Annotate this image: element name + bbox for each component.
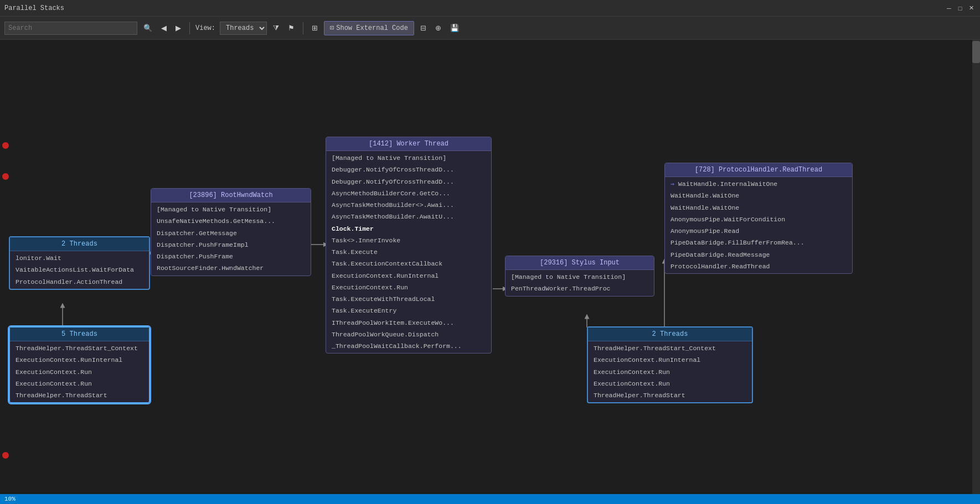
protocol-handler-node[interactable]: [728] ProtocolHandler.ReadThread WaitHan… (664, 163, 853, 274)
two-threads-top-header: 2 Threads (10, 237, 149, 251)
view-label: View: (195, 24, 215, 32)
si-row-1: PenThreadWorker.ThreadProc (506, 283, 654, 294)
show-external-label: Show External Code (336, 24, 408, 32)
five-threads-header: 5 Threads (10, 328, 149, 341)
title-bar: Parallel Stacks ─ □ ✕ (0, 0, 980, 17)
rw-row-2: Dispatcher.GetMessage (151, 227, 311, 239)
root-hwnd-watch-node[interactable]: [23896] RootHwndWatch [Managed to Native… (151, 188, 311, 276)
wt-row-13: IThreadPoolWorkItem.ExecuteWo... (326, 317, 491, 329)
status-bar: 10% (0, 494, 980, 504)
ft-row-2: ExecutionContext.Run (10, 366, 149, 378)
tt-row-1: VaitableActionsList.WaitForData (10, 264, 149, 276)
five-threads-body: ThreadHelper.ThreadStart_Context Executi… (10, 341, 149, 402)
tt-row-2: ProtocolHandler.ActionThread (10, 276, 149, 288)
rw-row-3: Dispatcher.PushFrameImpl (151, 239, 311, 251)
root-hwnd-watch-body: [Managed to Native Transition] UnsafeNat… (151, 202, 311, 276)
stylus-input-node[interactable]: [29316] Stylus Input [Managed to Native … (505, 256, 654, 297)
forward-button[interactable]: ▶ (173, 22, 184, 34)
layout-button[interactable]: ⊞ (309, 22, 321, 34)
wt-row-3: AsyncMethodBuilderCore.GetCo... (326, 188, 491, 199)
ph-row-4: AnonymousPipe.Read (665, 225, 852, 237)
red-dot-1 (2, 142, 9, 149)
separator-1 (189, 22, 190, 34)
wt-row-5: AsyncTaskMethodBuilder.AwaitU... (326, 211, 491, 222)
toolbar: 🔍 ◀ ▶ View: Threads Tasks ⧩ ⚑ ⊞ ⊡ Show E… (0, 17, 980, 40)
two-threads-top-body: lonitor.Wait VaitableActionsList.WaitFor… (10, 251, 149, 289)
root-hwnd-watch-header: [23896] RootHwndWatch (151, 189, 311, 202)
show-external-icon: ⊡ (330, 24, 334, 32)
five-threads-node[interactable]: 5 Threads ThreadHelper.ThreadStart_Conte… (9, 326, 150, 403)
view-dropdown[interactable]: Threads Tasks (220, 22, 267, 35)
tt-row-0: lonitor.Wait (10, 252, 149, 264)
ph-row-0: WaitHandle.InternalWaitOne (665, 178, 852, 190)
protocol-handler-header: [728] ProtocolHandler.ReadThread (665, 163, 852, 177)
show-external-code-button[interactable]: ⊡ Show External Code (324, 21, 414, 35)
tb-row-3: ExecutionContext.Run (588, 378, 752, 389)
wt-row-14: ThreadPoolWorkQueue.Dispatch (326, 329, 491, 340)
app-title: Parallel Stacks (4, 4, 64, 12)
tb-row-2: ExecutionContext.Run (588, 366, 752, 378)
red-dot-3 (2, 452, 9, 459)
wt-row-6: Task<>.InnerInvoke (326, 235, 491, 246)
filter-button[interactable]: ⧩ (270, 22, 282, 34)
two-threads-top-node[interactable]: 2 Threads lonitor.Wait VaitableActionsLi… (9, 236, 150, 290)
tb-row-0: ThreadHelper.ThreadStart_Context (588, 342, 752, 354)
ft-row-3: ExecutionContext.Run (10, 378, 149, 389)
title-bar-controls[interactable]: ─ □ ✕ (945, 4, 976, 13)
canvas-area: [1412] Worker Thread [Managed to Native … (0, 40, 980, 494)
two-threads-bottom-header: 2 Threads (588, 328, 752, 341)
wt-row-8: Task.ExecutionContextCallback (326, 258, 491, 269)
wt-row-0: [Managed to Native Transition] (326, 152, 491, 164)
ft-row-4: ThreadHelper.ThreadStart (10, 389, 149, 401)
zoom-button[interactable]: ⊕ (432, 22, 444, 34)
worker-thread-node[interactable]: [1412] Worker Thread [Managed to Native … (326, 137, 492, 354)
wt-row-1: Debugger.NotifyOfCrossThreadD... (326, 164, 491, 175)
minimize-button[interactable]: ─ (945, 4, 953, 13)
rw-row-4: Dispatcher.PushFrame (151, 251, 311, 262)
wt-row-12: Task.ExecuteEntry (326, 305, 491, 316)
close-button[interactable]: ✕ (967, 4, 976, 13)
two-threads-bottom-body: ThreadHelper.ThreadStart_Context Executi… (588, 341, 752, 402)
ft-row-0: ThreadHelper.ThreadStart_Context (10, 342, 149, 354)
stylus-input-header: [29316] Stylus Input (506, 256, 654, 270)
scrollbar-right[interactable] (972, 40, 980, 494)
wt-row-4: AsyncTaskMethodBuilder<>.Awai... (326, 199, 491, 211)
rw-row-5: RootSourceFinder.HwndWatcher (151, 262, 311, 274)
back-button[interactable]: ◀ (158, 22, 169, 34)
search-input[interactable] (4, 22, 137, 35)
ph-row-3: AnonymousPipe.WaitForCondition (665, 214, 852, 225)
red-dot-2 (2, 173, 9, 180)
ft-row-1: ExecutionContext.RunInternal (10, 354, 149, 366)
wt-row-11: Task.ExecuteWithThreadLocal (326, 293, 491, 305)
diagram-button[interactable]: ⊟ (417, 22, 429, 34)
separator-2 (303, 22, 303, 34)
worker-thread-header: [1412] Worker Thread (326, 137, 491, 151)
protocol-handler-body: WaitHandle.InternalWaitOne WaitHandle.Wa… (665, 177, 852, 273)
wt-row-10: ExecutionContext.Run (326, 282, 491, 293)
rw-row-1: UnsafeNativeMethods.GetMessa... (151, 215, 311, 227)
ph-row-2: WaitHandle.WaitOne (665, 202, 852, 214)
wt-row-7: Task.Execute (326, 246, 491, 258)
ph-row-1: WaitHandle.WaitOne (665, 190, 852, 201)
worker-thread-body: [Managed to Native Transition] Debugger.… (326, 151, 491, 353)
wt-row-9: ExecutionContext.RunInternal (326, 270, 491, 282)
tb-row-4: ThreadHelper.ThreadStart (588, 389, 752, 401)
search-button[interactable]: 🔍 (141, 22, 155, 34)
title-bar-left: Parallel Stacks (4, 4, 64, 12)
maximize-button[interactable]: □ (956, 4, 964, 13)
stylus-input-body: [Managed to Native Transition] PenThread… (506, 270, 654, 296)
ph-row-7: ProtocolHandler.ReadThread (665, 261, 852, 272)
tb-row-1: ExecutionContext.RunInternal (588, 354, 752, 366)
ph-row-5: PipeDataBridge.FillBufferFromRea... (665, 237, 852, 248)
zoom-level: 10% (4, 496, 16, 502)
ph-row-6: PipeDataBridge.ReadMessage (665, 249, 852, 261)
rw-row-0: [Managed to Native Transition] (151, 204, 311, 215)
wt-row-clock: Clock.Timer (326, 223, 491, 235)
wt-row-2: Debugger.NotifyOfCrossThreadD... (326, 176, 491, 188)
wt-row-15: _ThreadPoolWaitCallback.Perform... (326, 340, 491, 352)
save-button[interactable]: 💾 (447, 22, 462, 34)
two-threads-bottom-node[interactable]: 2 Threads ThreadHelper.ThreadStart_Conte… (587, 326, 753, 403)
flag-button[interactable]: ⚑ (285, 22, 297, 34)
scrollbar-thumb[interactable] (972, 41, 980, 63)
si-row-0: [Managed to Native Transition] (506, 271, 654, 283)
